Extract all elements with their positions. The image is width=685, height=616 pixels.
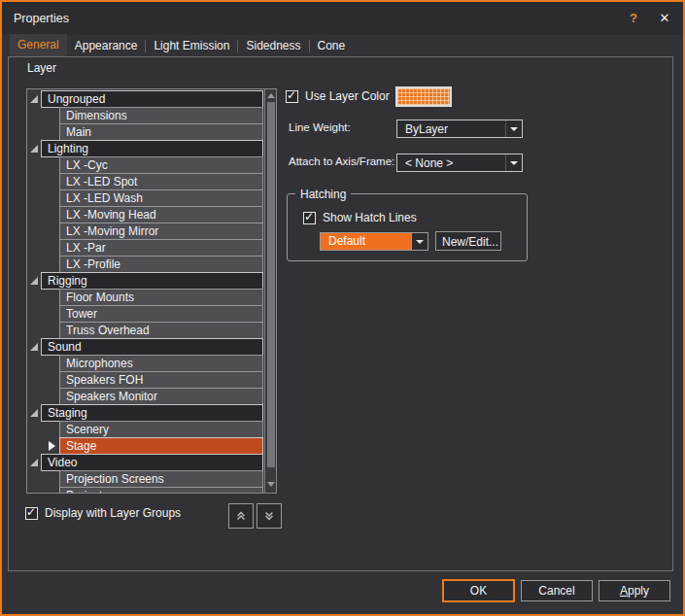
- layer-row[interactable]: LX -Moving Mirror: [27, 222, 276, 240]
- line-weight-dropdown[interactable]: ByLayer: [396, 120, 523, 138]
- close-button[interactable]: ✕: [651, 2, 678, 35]
- layer-row-box[interactable]: Lighting: [41, 140, 263, 157]
- tab-general[interactable]: General: [10, 34, 67, 56]
- layer-row-box[interactable]: LX -Moving Head: [59, 206, 263, 223]
- scroll-up-icon[interactable]: [266, 90, 276, 102]
- scroll-down-icon[interactable]: [266, 478, 276, 490]
- layer-row-box[interactable]: LX -Moving Mirror: [59, 222, 263, 240]
- layer-row[interactable]: Scenery: [27, 421, 276, 438]
- layer-row-label: Sound: [42, 339, 262, 355]
- ok-button[interactable]: OK: [442, 579, 515, 602]
- use-layer-color-checkbox[interactable]: ✓ Use Layer Color: [286, 89, 390, 103]
- chevron-down-icon[interactable]: [505, 120, 522, 137]
- layer-row-box[interactable]: LX -Par: [59, 239, 263, 257]
- layer-row[interactable]: Truss Overhead: [27, 322, 276, 339]
- tab-appearance[interactable]: Appearance: [67, 35, 146, 56]
- move-down-button[interactable]: [257, 503, 282, 529]
- new-edit-button[interactable]: New/Edit...: [435, 231, 501, 251]
- layer-group-row[interactable]: Staging: [27, 404, 276, 422]
- layer-row-box[interactable]: Floor Mounts: [59, 289, 263, 306]
- layer-row[interactable]: Projector: [27, 487, 276, 493]
- layer-row-box[interactable]: Tower: [59, 305, 263, 323]
- tree-expander-icon[interactable]: [30, 459, 39, 467]
- checkbox-box[interactable]: ✓: [25, 507, 38, 520]
- tab-sidedness[interactable]: Sidedness: [238, 35, 308, 56]
- layer-row[interactable]: Speakers FOH: [27, 371, 276, 389]
- layer-row-box[interactable]: Speakers FOH: [59, 371, 263, 389]
- tree-expander-icon[interactable]: [30, 343, 39, 352]
- layer-row-box[interactable]: LX -LED Spot: [59, 173, 263, 190]
- chevron-down-icon[interactable]: [505, 154, 522, 171]
- layer-row[interactable]: Main: [27, 123, 276, 141]
- layer-row[interactable]: Speakers Monitor: [27, 388, 276, 405]
- layer-group-row[interactable]: Rigging: [27, 272, 276, 290]
- layer-row[interactable]: Microphones: [27, 355, 276, 372]
- layer-row-label: Lighting: [42, 141, 262, 156]
- layer-tree-scrollbar[interactable]: [264, 89, 276, 493]
- layer-row-box[interactable]: Microphones: [59, 355, 263, 372]
- hatch-style-dropdown[interactable]: Default: [320, 232, 428, 251]
- layer-group-row[interactable]: Sound: [27, 338, 276, 356]
- apply-button[interactable]: Apply: [599, 580, 670, 601]
- current-item-pointer-icon: [49, 441, 55, 451]
- layer-row[interactable]: LX -Par: [27, 239, 276, 257]
- help-button[interactable]: ?: [622, 2, 645, 35]
- move-up-button[interactable]: [228, 503, 254, 529]
- layer-row-label: LX -Cyc: [60, 157, 262, 173]
- cancel-button[interactable]: Cancel: [521, 580, 593, 601]
- checkbox-box[interactable]: ✓: [286, 90, 298, 103]
- layer-row-label: Scenery: [60, 422, 262, 437]
- layer-row-box[interactable]: Rigging: [41, 272, 263, 290]
- layer-row-label: LX -Moving Head: [60, 207, 262, 222]
- layer-row-box[interactable]: Stage: [59, 437, 263, 455]
- tree-expander-icon[interactable]: [30, 409, 39, 418]
- display-with-layer-groups-checkbox[interactable]: ✓ Display with Layer Groups: [25, 506, 181, 520]
- titlebar[interactable]: Properties ? ✕: [2, 2, 683, 35]
- window-title: Properties: [14, 2, 69, 35]
- line-weight-label: Line Weight:: [289, 121, 351, 133]
- layer-row-box[interactable]: Video: [41, 454, 263, 471]
- tree-expander-icon[interactable]: [30, 95, 39, 104]
- layer-row[interactable]: Stage: [27, 437, 276, 455]
- layer-row[interactable]: Floor Mounts: [27, 289, 276, 306]
- layer-row-box[interactable]: Speakers Monitor: [59, 388, 263, 405]
- layer-group-row[interactable]: Video: [27, 454, 276, 471]
- layer-row-label: LX -Profile: [60, 257, 262, 272]
- layer-group-row[interactable]: Lighting: [27, 140, 276, 157]
- chevron-down-icon[interactable]: [411, 233, 428, 250]
- tree-expander-icon[interactable]: [30, 277, 39, 286]
- layer-row[interactable]: Projection Screens: [27, 470, 276, 488]
- layer-row[interactable]: LX -Moving Head: [27, 206, 276, 223]
- layer-row-box[interactable]: Main: [59, 123, 263, 141]
- layer-row-box[interactable]: LX -Profile: [59, 256, 263, 273]
- tree-expander-icon[interactable]: [30, 145, 39, 154]
- layer-row[interactable]: LX -Cyc: [27, 156, 276, 174]
- attach-axis-frame-dropdown[interactable]: < None >: [396, 154, 523, 172]
- layer-row-box[interactable]: Projector: [59, 487, 263, 493]
- layer-row-box[interactable]: Truss Overhead: [59, 322, 263, 339]
- tab-light-emission[interactable]: Light Emission: [146, 35, 237, 56]
- layer-color-swatch[interactable]: [395, 86, 452, 107]
- layer-row[interactable]: Tower: [27, 305, 276, 323]
- layer-row[interactable]: Dimensions: [27, 107, 276, 124]
- double-chevron-up-icon: [235, 509, 247, 523]
- scrollbar-thumb[interactable]: [267, 102, 275, 467]
- layer-row[interactable]: LX -LED Wash: [27, 189, 276, 207]
- layer-row[interactable]: LX -Profile: [27, 256, 276, 273]
- layer-row-box[interactable]: Sound: [41, 338, 263, 356]
- layer-row-box[interactable]: Staging: [41, 404, 263, 422]
- layer-row-box[interactable]: Dimensions: [59, 107, 263, 124]
- layer-row-box[interactable]: Projection Screens: [59, 470, 263, 488]
- show-hatch-lines-checkbox[interactable]: ✓ Show Hatch Lines: [303, 211, 417, 224]
- layer-row-box[interactable]: Ungrouped: [41, 90, 263, 108]
- tab-cone[interactable]: Cone: [310, 35, 354, 56]
- layer-row-box[interactable]: LX -LED Wash: [59, 189, 263, 207]
- layer-row-label: LX -LED Wash: [60, 190, 262, 206]
- layer-row-box[interactable]: Scenery: [59, 421, 263, 438]
- use-layer-color-label: Use Layer Color: [305, 89, 390, 103]
- layer-row[interactable]: LX -LED Spot: [27, 173, 276, 190]
- layer-row-box[interactable]: LX -Cyc: [59, 156, 263, 174]
- layer-row-label: Video: [42, 455, 262, 470]
- layer-group-row[interactable]: Ungrouped: [27, 90, 276, 108]
- checkbox-box[interactable]: ✓: [303, 212, 316, 224]
